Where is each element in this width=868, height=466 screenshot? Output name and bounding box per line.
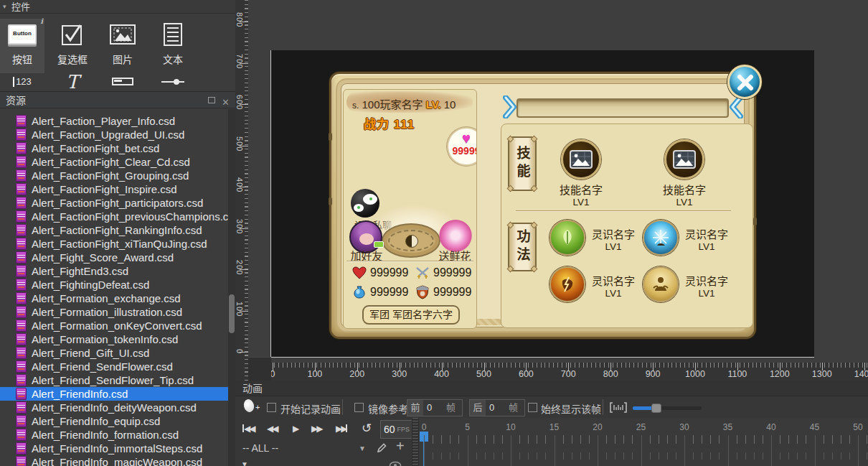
resource-item[interactable]: Alert_Formation_tokenInfo.csd (0, 332, 228, 346)
marquee-bar[interactable] (516, 98, 729, 118)
timeline-frame-label: 30 (679, 422, 689, 432)
close-dialog-button[interactable] (727, 65, 762, 99)
animation-panel-header[interactable]: 动画 (235, 381, 868, 396)
visibility-eye-icon[interactable] (389, 460, 402, 466)
image-widget-icon (100, 19, 145, 50)
always-show-frame-checkbox[interactable] (528, 403, 537, 412)
skill-slot[interactable]: 技能名字 LV1 (541, 139, 621, 208)
widget-item-image[interactable]: 图片 (100, 19, 145, 73)
skill-level: LV1 (541, 197, 621, 208)
clip-selector[interactable]: -- ALL -- (242, 442, 278, 454)
csd-file-icon (16, 142, 27, 154)
widget-item-text[interactable]: 文本 (151, 19, 195, 73)
timeline-zoom-slider[interactable] (633, 406, 702, 410)
resource-item[interactable]: Alert_FactionFight_RankingInfo.csd (0, 223, 228, 237)
resource-item[interactable]: Alert_Friend_SendFlower_Tip.csd (0, 373, 228, 387)
resource-item[interactable]: Alert_Formation_onKeyConvert.csd (0, 319, 228, 332)
resource-list-scrollbar[interactable] (228, 109, 235, 466)
timeline-frame-label: 10 (506, 422, 515, 432)
resource-item[interactable]: Alert_Formation_illustration.csd (0, 305, 228, 319)
skip-to-start-button[interactable]: ◀◀ (242, 424, 254, 434)
mirror-reference-checkbox[interactable] (354, 403, 364, 412)
edit-pencil-icon[interactable] (376, 442, 387, 454)
resource-item-label: Alert_FriendInfo_immortalSteps.csd (32, 442, 202, 455)
rage-spirit-icon[interactable] (549, 266, 585, 302)
after-value[interactable]: 0 (486, 400, 509, 416)
resource-item[interactable]: Alert_FightEnd3.csd (0, 264, 228, 278)
skip-to-end-button[interactable]: ▶▶ (336, 424, 347, 434)
resource-item[interactable]: Alert_FactionFight_xiTianQuJing.csd (0, 237, 228, 251)
gold-spirit-icon[interactable] (643, 266, 679, 302)
widget-item-button[interactable]: Button i 按钮 (0, 19, 44, 73)
resource-item[interactable]: Alert_FriendInfo_magicWeapon.csd (0, 455, 228, 466)
resource-item[interactable]: Alert_Formation_exchange.csd (0, 292, 228, 305)
resource-item-label: Alert_Friend_SendFlower_Tip.csd (32, 374, 194, 386)
widget-item-loadingbar[interactable] (100, 72, 145, 91)
timeline[interactable]: 05101520253035404550 (419, 418, 868, 466)
track-filter-icon[interactable]: ▼ (241, 460, 248, 466)
button-widget-icon: Button (8, 24, 37, 45)
collapse-arrow-icon[interactable]: ▾ (3, 0, 6, 14)
hp-heart-icon (352, 266, 367, 279)
widget-item-checkbox[interactable]: 复选框 (50, 19, 95, 73)
fps-value[interactable]: 60 (384, 424, 395, 435)
resource-list: Alert_Faction_Player_Info.csdAlert_Facti… (0, 109, 228, 466)
fast-forward-button[interactable]: ▶▶ (311, 424, 321, 434)
frost-spirit-icon[interactable] (643, 220, 679, 256)
timeline-frame-label: 5 (465, 422, 470, 432)
skill-name: 技能名字 (644, 182, 725, 197)
frames-after-field[interactable]: 后 0 帧 (469, 399, 525, 416)
widget-item-slider[interactable] (151, 72, 195, 91)
widget-item-richtext[interactable]: T (50, 72, 95, 91)
resource-item[interactable]: Alert_FactionFight_bet.csd (0, 141, 228, 155)
resource-item[interactable]: Alert_FriendInfo_equip.csd (0, 414, 228, 428)
resource-item[interactable]: Alert_Friend_SendFlower.csd (0, 360, 228, 373)
resource-item[interactable]: Alert_FriendInfo.csd (0, 387, 228, 401)
resource-item[interactable]: Alert_Faction_Upgraded_UI.csd (0, 128, 228, 141)
scrollbar-thumb[interactable] (229, 294, 235, 333)
resource-item[interactable]: Alert_FactionFight_Inspire.csd (0, 182, 228, 196)
slider-handle[interactable] (651, 404, 661, 413)
frame-ruler-icon (610, 401, 627, 414)
resource-item[interactable]: Alert_FactionFight_participators.csd (0, 196, 228, 210)
h-ruler-label: 1300 (812, 369, 832, 379)
csd-file-icon (16, 388, 27, 400)
fps-box[interactable]: 60 FPS (380, 420, 413, 439)
h-ruler-label: 900 (646, 369, 661, 379)
skill-slot[interactable]: 技能名字 LV1 (644, 139, 725, 208)
close-x-icon (737, 74, 754, 91)
resource-item[interactable]: Alert_FactionFight_Clear_Cd.csd (0, 155, 228, 169)
scroll-left-chevron-icon[interactable] (503, 95, 517, 118)
before-label: 前 (407, 400, 423, 416)
h-ruler-label: 500 (476, 369, 491, 379)
resource-item-label: Alert_Fight_Score_Award.csd (32, 251, 174, 264)
resource-item[interactable]: Alert_FightingDefeat.csd (0, 278, 228, 292)
resource-item[interactable]: Alert_FactionFight_Grouping.csd (0, 169, 228, 182)
add-animation-icon[interactable]: + (396, 438, 405, 455)
before-value[interactable]: 0 (423, 400, 446, 416)
legion-name-plate[interactable]: 军团 军团名字六字 (362, 305, 460, 325)
text-widget-icon (164, 23, 182, 46)
play-button[interactable]: ▶ (293, 424, 299, 434)
info-icon[interactable]: i (40, 17, 43, 25)
chevron-down-icon[interactable]: ▼ (359, 444, 366, 452)
resource-item[interactable]: Alert_FriendInfo_formation.csd (0, 428, 228, 442)
float-panel-icon[interactable] (208, 97, 215, 103)
resource-item[interactable]: Alert_FriendInfo_deityWeapon.csd (0, 401, 228, 414)
record-animation-checkbox[interactable] (267, 403, 276, 412)
resource-item[interactable]: Alert_FriendInfo_immortalSteps.csd (0, 442, 228, 455)
leaf-spirit-icon[interactable] (549, 220, 585, 256)
scroll-right-chevron-icon[interactable] (729, 95, 743, 118)
widgets-panel-header[interactable]: ▾ 控件 (0, 0, 235, 14)
frames-before-field[interactable]: 前 0 帧 (407, 399, 463, 416)
rewind-button[interactable]: ◀◀ (267, 424, 277, 434)
record-keyframe-icon[interactable]: + (244, 399, 254, 412)
resource-item[interactable]: Alert_FactionFight_previousChampions.csd (0, 210, 228, 223)
loop-playback-icon[interactable]: ↺ (362, 421, 372, 436)
resource-item[interactable]: Alert_Friend_Gift_UI.csd (0, 346, 228, 360)
resource-item[interactable]: Alert_Faction_Player_Info.csd (0, 114, 228, 128)
resources-panel-header[interactable]: 资源 ✕ (0, 91, 235, 108)
widget-item-textfield[interactable]: 123 (0, 72, 44, 91)
stat-hp: 999999 (352, 266, 408, 279)
resource-item[interactable]: Alert_Fight_Score_Award.csd (0, 251, 228, 264)
